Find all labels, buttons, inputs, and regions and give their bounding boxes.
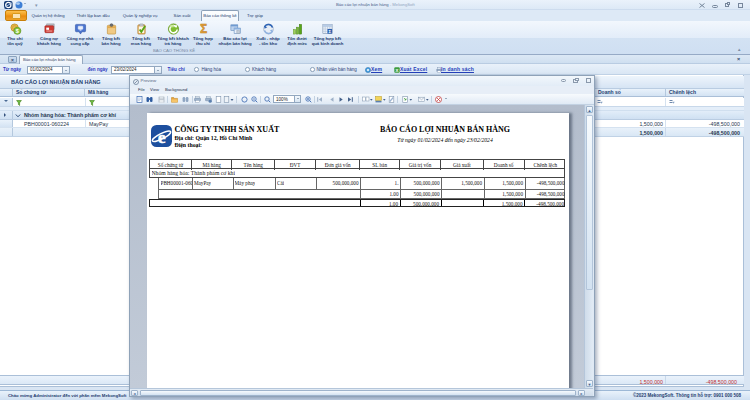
svg-text:Σ: Σ bbox=[199, 23, 206, 35]
svg-text:$: $ bbox=[15, 28, 18, 34]
svg-text:Σ: Σ bbox=[329, 29, 332, 34]
svg-text:X: X bbox=[395, 67, 398, 72]
